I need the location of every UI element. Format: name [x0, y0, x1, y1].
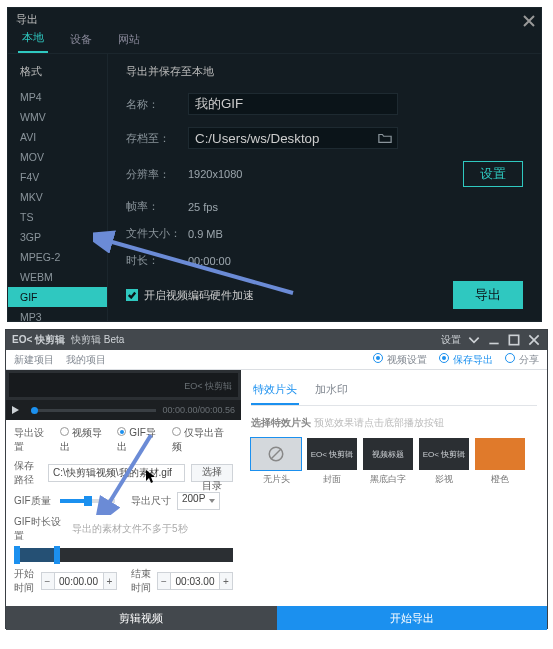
start-export-button[interactable]: 开始导出 — [277, 606, 548, 630]
format-gif[interactable]: GIF — [8, 287, 107, 307]
start-time-input[interactable] — [55, 572, 103, 590]
end-time-input[interactable] — [171, 572, 219, 590]
plus-icon[interactable]: + — [103, 572, 117, 590]
fps-value: 25 fps — [188, 201, 218, 213]
saveto-label: 保存路径 — [14, 459, 42, 487]
format-mov[interactable]: MOV — [8, 147, 107, 167]
app-title: 快剪辑 Beta — [71, 333, 124, 347]
play-icon[interactable] — [12, 406, 19, 414]
dialog-body: 格式 MP4 WMV AVI MOV F4V MKV TS 3GP MPEG-2… — [8, 54, 541, 321]
app-bottombar: 剪辑视频 开始导出 — [6, 606, 547, 630]
plus-icon[interactable]: + — [219, 572, 233, 590]
tab-local[interactable]: 本地 — [18, 26, 48, 53]
format-mp3[interactable]: MP3 — [8, 307, 107, 327]
folder-icon[interactable] — [378, 131, 392, 145]
toolbar-new[interactable]: 新建项目 — [14, 353, 54, 367]
dialog-title: 导出 — [16, 13, 38, 25]
export-dialog: 导出 本地 设备 网站 格式 MP4 WMV AVI MOV F4V MKV T… — [7, 7, 542, 322]
step-2[interactable]: 保存导出 — [439, 353, 493, 367]
tab-intro[interactable]: 特效片头 — [251, 378, 299, 405]
res-settings-button[interactable]: 设置 — [463, 161, 523, 187]
playback-bar: 00:00.00/00:00.56 — [6, 400, 241, 420]
right-panel: 特效片头 加水印 选择特效片头 预览效果请点击底部播放按钮 无片头 EO< 快剪… — [241, 370, 547, 606]
browse-button[interactable]: 选择目录 — [191, 464, 233, 482]
end-time-stepper[interactable]: − + — [157, 572, 233, 590]
export-settings: 导出设置 视频导出 GIF导出 仅导出音频 保存路径 选择目录 GIF质量 导出… — [6, 420, 241, 606]
dialog-tabs: 本地 设备 网站 — [8, 30, 541, 54]
name-input[interactable] — [188, 93, 398, 115]
preview-watermark: EO< 快剪辑 — [184, 380, 232, 393]
thumb-cover[interactable]: EO< 快剪辑 封面 — [307, 438, 357, 486]
tab-web[interactable]: 网站 — [114, 28, 144, 53]
hw-accel-checkbox[interactable] — [126, 289, 138, 301]
quality-slider[interactable] — [60, 499, 115, 503]
step-3[interactable]: 分享 — [505, 353, 539, 367]
format-ts[interactable]: TS — [8, 207, 107, 227]
editor-window: EO< 快剪辑 快剪辑 Beta 设置 新建项目 我的项目 视频设置 保存导出 … — [5, 329, 548, 629]
trim-label: GIF时长设置 — [14, 515, 66, 543]
radio-video[interactable]: 视频导出 — [60, 426, 112, 454]
chevron-down-icon — [209, 499, 215, 503]
export-button[interactable]: 导出 — [453, 281, 523, 309]
format-mp4[interactable]: MP4 — [8, 87, 107, 107]
export-set-label: 导出设置 — [14, 426, 54, 454]
saveto-input[interactable] — [48, 464, 185, 482]
time-display: 00:00.00/00:00.56 — [162, 405, 235, 415]
intro-thumbnails: 无片头 EO< 快剪辑 封面 视频标题 黑底白字 EO< 快剪辑 影视 橙色 — [251, 438, 537, 486]
res-value: 1920x1080 — [188, 168, 242, 180]
fps-label: 帧率： — [126, 199, 188, 214]
export-size-label: 导出尺寸 — [131, 494, 171, 508]
format-wmv[interactable]: WMV — [8, 107, 107, 127]
size-label: 文件大小： — [126, 226, 188, 241]
trim-hint: 导出的素材文件不多于5秒 — [72, 522, 188, 536]
tab-device[interactable]: 设备 — [66, 28, 96, 53]
start-time-stepper[interactable]: − + — [41, 572, 117, 590]
format-list: 格式 MP4 WMV AVI MOV F4V MKV TS 3GP MPEG-2… — [8, 54, 108, 321]
format-f4v[interactable]: F4V — [8, 167, 107, 187]
end-label: 结束时间 — [131, 567, 152, 595]
app-logo: EO< 快剪辑 — [12, 333, 65, 347]
dur-label: 时长： — [126, 253, 188, 268]
minimize-icon[interactable] — [487, 333, 501, 347]
progress-slider[interactable] — [31, 409, 156, 412]
settings-label[interactable]: 设置 — [441, 333, 461, 347]
step-1[interactable]: 视频设置 — [373, 353, 427, 367]
close-icon[interactable] — [523, 12, 535, 24]
format-3gp[interactable]: 3GP — [8, 227, 107, 247]
name-label: 名称： — [126, 97, 188, 112]
radio-audio[interactable]: 仅导出音频 — [172, 426, 233, 454]
maximize-icon[interactable] — [507, 333, 521, 347]
video-preview[interactable]: EO< 快剪辑 — [9, 373, 238, 397]
thumb-orange[interactable]: 橙色 — [475, 438, 525, 486]
format-avi[interactable]: AVI — [8, 127, 107, 147]
thumb-film[interactable]: EO< 快剪辑 影视 — [419, 438, 469, 486]
intro-subtitle: 选择特效片头 预览效果请点击底部播放按钮 — [251, 416, 537, 430]
export-size-select[interactable]: 200P — [177, 492, 220, 510]
app-titlebar: EO< 快剪辑 快剪辑 Beta 设置 — [6, 330, 547, 350]
tab-watermark[interactable]: 加水印 — [313, 378, 350, 405]
format-mpeg2[interactable]: MPEG-2 — [8, 247, 107, 267]
thumb-none[interactable]: 无片头 — [251, 438, 301, 486]
minus-icon[interactable]: − — [41, 572, 55, 590]
format-mkv[interactable]: MKV — [8, 187, 107, 207]
chevron-down-icon[interactable] — [467, 333, 481, 347]
close-icon[interactable] — [527, 333, 541, 347]
svg-rect-1 — [509, 335, 518, 344]
toolbar-my[interactable]: 我的项目 — [66, 353, 106, 367]
start-label: 开始时间 — [14, 567, 35, 595]
edit-video-button[interactable]: 剪辑视频 — [6, 606, 277, 630]
app-toolbar: 新建项目 我的项目 视频设置 保存导出 分享 — [6, 350, 547, 370]
path-label: 存档至： — [126, 131, 188, 146]
path-input[interactable] — [188, 127, 398, 149]
dialog-titlebar: 导出 — [8, 8, 541, 30]
radio-gif[interactable]: GIF导出 — [117, 426, 165, 454]
minus-icon[interactable]: − — [157, 572, 171, 590]
thumb-blacktext[interactable]: 视频标题 黑底白字 — [363, 438, 413, 486]
format-webm[interactable]: WEBM — [8, 267, 107, 287]
res-label: 分辨率： — [126, 167, 188, 182]
cursor-icon — [146, 470, 156, 484]
trim-range-slider[interactable] — [14, 548, 233, 562]
format-header: 格式 — [8, 60, 107, 87]
quality-label: GIF质量 — [14, 494, 54, 508]
left-panel: EO< 快剪辑 00:00.00/00:00.56 导出设置 视频导出 GIF导… — [6, 370, 241, 606]
